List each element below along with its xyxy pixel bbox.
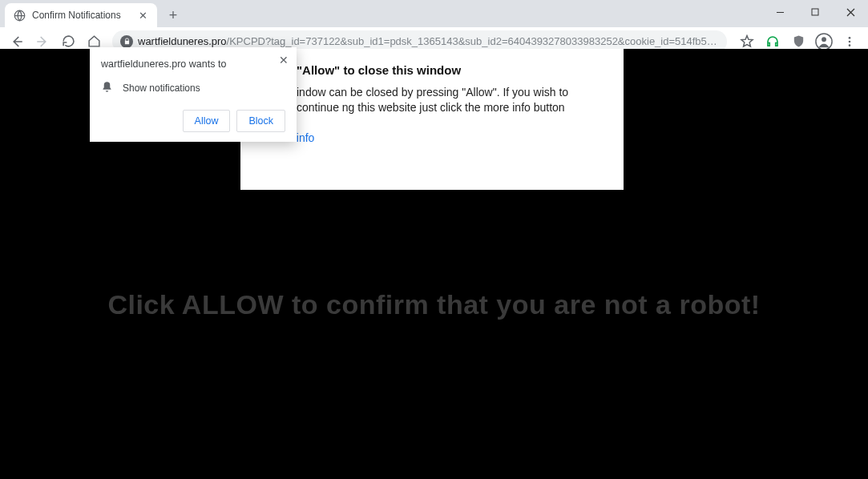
window-controls — [762, 0, 868, 24]
minimize-button[interactable] — [762, 0, 797, 24]
page-dialog: "Allow" to close this window indow can b… — [240, 49, 624, 190]
browser-tab[interactable]: Confirm Notifications ✕ — [5, 3, 157, 27]
svg-point-6 — [822, 37, 826, 42]
tab-title: Confirm Notifications — [32, 10, 136, 21]
dialog-heading: "Allow" to close this window — [297, 63, 609, 77]
new-tab-button[interactable]: + — [162, 4, 184, 26]
url-text: wartfielduneres.pro/KPCPD?tag_id=737122&… — [138, 35, 719, 47]
more-info-link[interactable]: More info — [268, 131, 609, 144]
tab-close-icon[interactable]: ✕ — [136, 9, 149, 22]
permission-origin: wartfielduneres.pro wants to — [101, 58, 285, 70]
svg-rect-2 — [812, 9, 818, 15]
lock-icon — [120, 35, 133, 48]
globe-icon — [13, 9, 26, 22]
allow-button[interactable]: Allow — [183, 110, 231, 132]
window-close-button[interactable] — [833, 0, 868, 24]
dialog-body: indow can be closed by pressing "Allow".… — [297, 85, 609, 115]
svg-point-8 — [849, 40, 851, 42]
notification-permission-popup: ✕ wartfielduneres.pro wants to Show noti… — [90, 47, 297, 142]
url-path: /KPCPD?tag_id=737122&sub_id1=pdsk_136514… — [227, 35, 719, 47]
close-icon[interactable]: ✕ — [279, 54, 289, 66]
page-headline: Click ALLOW to confirm that you are not … — [0, 289, 868, 320]
bell-icon — [101, 81, 113, 95]
maximize-button[interactable] — [797, 0, 833, 24]
svg-point-9 — [849, 44, 851, 46]
svg-point-7 — [849, 37, 851, 39]
url-host: wartfielduneres.pro — [138, 35, 227, 47]
titlebar: Confirm Notifications ✕ + — [0, 0, 868, 27]
block-button[interactable]: Block — [236, 110, 285, 132]
permission-capability: Show notifications — [123, 83, 200, 94]
